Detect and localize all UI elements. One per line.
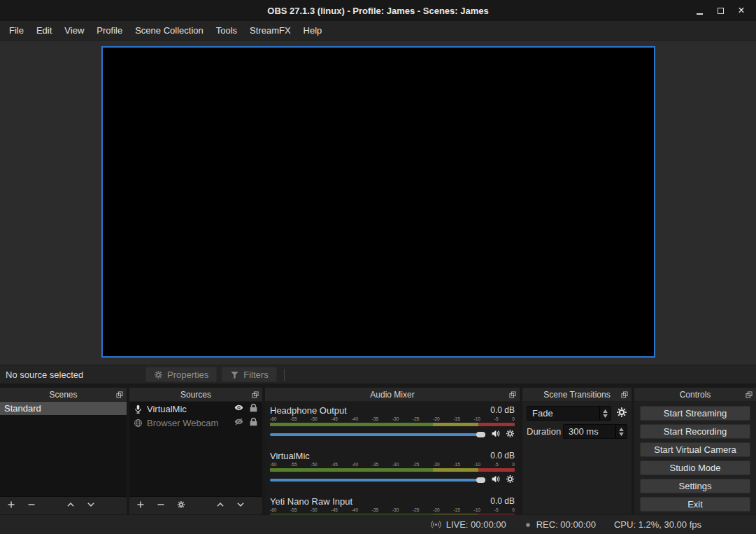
volume-meter	[270, 468, 515, 472]
source-properties-button[interactable]	[177, 500, 185, 511]
scenes-dock-title: Scenes	[49, 390, 77, 400]
mute-button[interactable]	[491, 429, 500, 440]
scale-tick: 0	[512, 416, 515, 422]
scenes-toolbar	[0, 496, 127, 514]
source-row-browser-webcam[interactable]: Browser Webcam	[129, 416, 262, 430]
remove-source-button[interactable]	[157, 500, 165, 511]
popout-icon[interactable]	[252, 391, 259, 398]
scale-tick: -25	[413, 462, 419, 468]
mute-button[interactable]	[491, 475, 500, 486]
channel-settings-button[interactable]	[506, 475, 515, 486]
scale-tick: -20	[433, 507, 439, 513]
audio-mixer-dock-header[interactable]: Audio Mixer	[265, 388, 520, 402]
maximize-button[interactable]	[710, 0, 731, 21]
scene-up-button[interactable]	[66, 500, 75, 511]
source-label: VirtualMic	[147, 404, 187, 414]
scale-tick: -45	[331, 507, 337, 513]
plus-icon	[7, 500, 15, 509]
lock-icon	[249, 417, 258, 426]
controls-dock-header[interactable]: Controls	[634, 388, 756, 402]
add-scene-button[interactable]	[7, 500, 15, 511]
gear-icon	[506, 429, 515, 438]
duration-input[interactable]: 300 ms	[563, 424, 627, 439]
scale-tick: -10	[474, 462, 480, 468]
scene-down-button[interactable]	[87, 500, 95, 511]
popout-icon[interactable]	[116, 391, 123, 398]
mixer-channel-headphone-output: Headphone Output 0.0 dB -60-55-50-45-40-…	[270, 402, 515, 442]
sources-dock-header[interactable]: Sources	[129, 388, 262, 402]
visibility-toggle[interactable]	[234, 403, 243, 414]
combo-spinner[interactable]	[599, 407, 611, 420]
scene-transitions-body: Fade Duration 300 ms	[522, 402, 632, 514]
scene-transitions-dock-header[interactable]: Scene Transitions	[522, 388, 632, 402]
properties-button[interactable]: Properties	[145, 367, 217, 382]
menu-help[interactable]: Help	[297, 21, 329, 40]
lock-icon	[249, 403, 258, 412]
menu-profile[interactable]: Profile	[90, 21, 129, 40]
scale-tick: -10	[474, 507, 480, 513]
scale-tick: -55	[290, 416, 297, 422]
studio-mode-button[interactable]: Studio Mode	[640, 461, 750, 475]
slider-track	[270, 433, 480, 436]
transition-settings-button[interactable]	[611, 407, 627, 420]
slider-track	[270, 479, 480, 482]
channel-settings-button[interactable]	[506, 429, 515, 440]
add-source-button[interactable]	[136, 500, 145, 511]
lock-toggle[interactable]	[249, 403, 258, 414]
menu-view[interactable]: View	[58, 21, 90, 40]
titlebar[interactable]: OBS 27.1.3 (linux) - Profile: James - Sc…	[0, 0, 756, 21]
controls-dock-title: Controls	[680, 390, 711, 400]
remove-scene-button[interactable]	[27, 500, 36, 511]
volume-slider[interactable]	[270, 475, 485, 486]
channel-db-value: 0.0 dB	[490, 496, 515, 506]
globe-icon	[134, 419, 143, 428]
filters-label: Filters	[243, 370, 268, 380]
gear-icon	[616, 407, 627, 418]
slider-handle[interactable]	[476, 432, 485, 437]
menu-scene-collection[interactable]: Scene Collection	[129, 21, 210, 40]
popout-icon[interactable]	[746, 391, 753, 398]
scale-tick: -30	[392, 507, 399, 513]
settings-button[interactable]: Settings	[640, 479, 750, 493]
scale-tick: -35	[372, 507, 378, 513]
volume-slider[interactable]	[270, 429, 485, 440]
mixer-channel-yeti-nano: Yeti Nano Raw Input 0.0 dB -60-55-50-45-…	[270, 493, 515, 514]
scale-tick: -15	[453, 507, 459, 513]
rec-indicator: REC: 00:00:00	[525, 519, 596, 530]
sources-toolbar	[129, 496, 262, 514]
sources-dock-title: Sources	[180, 390, 211, 400]
scale-tick: -25	[413, 416, 419, 422]
menu-edit[interactable]: Edit	[30, 21, 58, 40]
preview-canvas[interactable]	[101, 46, 655, 358]
transition-select[interactable]: Fade	[527, 406, 611, 421]
close-button[interactable]	[731, 0, 752, 21]
start-streaming-button[interactable]: Start Streaming	[640, 406, 750, 421]
scenes-dock-header[interactable]: Scenes	[0, 388, 127, 402]
minimize-button[interactable]	[689, 0, 710, 21]
exit-button[interactable]: Exit	[640, 497, 750, 512]
scale-tick: -55	[290, 462, 297, 468]
source-up-button[interactable]	[216, 500, 224, 511]
scene-item-standard[interactable]: Standard	[0, 402, 127, 415]
menu-tools[interactable]: Tools	[210, 21, 243, 40]
scene-transitions-dock: Scene Transitions Fade Duration	[522, 388, 632, 514]
visibility-toggle[interactable]	[234, 417, 243, 428]
duration-spinner[interactable]	[615, 425, 627, 438]
obs-window: OBS 27.1.3 (linux) - Profile: James - Sc…	[0, 0, 756, 534]
slider-handle[interactable]	[476, 477, 485, 483]
channel-name: VirtualMic	[270, 451, 310, 461]
lock-toggle[interactable]	[249, 417, 258, 428]
window-controls	[689, 0, 752, 21]
menu-file[interactable]: File	[3, 21, 30, 40]
scale-tick: -5	[494, 462, 499, 468]
properties-label: Properties	[167, 370, 208, 380]
menu-streamfx[interactable]: StreamFX	[243, 21, 297, 40]
filters-button[interactable]: Filters	[222, 367, 276, 382]
start-recording-button[interactable]: Start Recording	[640, 424, 750, 439]
channel-name: Yeti Nano Raw Input	[270, 496, 352, 507]
popout-icon[interactable]	[621, 391, 628, 398]
source-row-virtualmic[interactable]: VirtualMic	[129, 402, 262, 416]
start-virtual-camera-button[interactable]: Start Virtual Camera	[640, 442, 750, 457]
source-down-button[interactable]	[236, 500, 245, 511]
popout-icon[interactable]	[509, 391, 516, 398]
